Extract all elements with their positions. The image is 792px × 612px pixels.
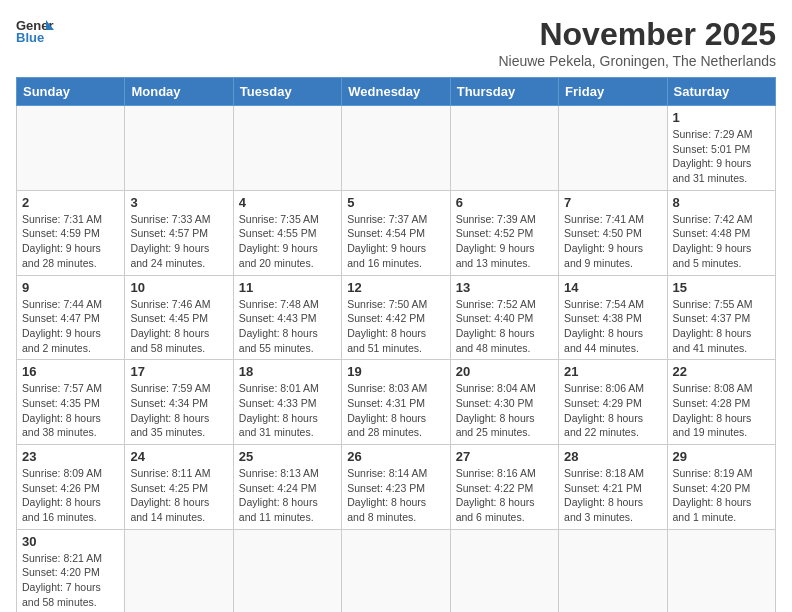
logo: General Blue [16, 16, 54, 46]
day-info: Sunrise: 8:18 AM Sunset: 4:21 PM Dayligh… [564, 466, 661, 525]
day-info: Sunrise: 8:04 AM Sunset: 4:30 PM Dayligh… [456, 381, 553, 440]
calendar-day-cell: 27Sunrise: 8:16 AM Sunset: 4:22 PM Dayli… [450, 445, 558, 530]
calendar-day-cell: 4Sunrise: 7:35 AM Sunset: 4:55 PM Daylig… [233, 190, 341, 275]
day-info: Sunrise: 7:52 AM Sunset: 4:40 PM Dayligh… [456, 297, 553, 356]
day-number: 7 [564, 195, 661, 210]
day-info: Sunrise: 8:14 AM Sunset: 4:23 PM Dayligh… [347, 466, 444, 525]
day-number: 25 [239, 449, 336, 464]
day-number: 19 [347, 364, 444, 379]
calendar-week-row: 23Sunrise: 8:09 AM Sunset: 4:26 PM Dayli… [17, 445, 776, 530]
calendar-day-cell: 20Sunrise: 8:04 AM Sunset: 4:30 PM Dayli… [450, 360, 558, 445]
calendar-day-cell [17, 106, 125, 191]
calendar-day-cell [342, 529, 450, 612]
header: General Blue November 2025 Nieuwe Pekela… [16, 16, 776, 69]
day-info: Sunrise: 7:44 AM Sunset: 4:47 PM Dayligh… [22, 297, 119, 356]
day-number: 27 [456, 449, 553, 464]
day-info: Sunrise: 8:08 AM Sunset: 4:28 PM Dayligh… [673, 381, 770, 440]
calendar-day-cell: 3Sunrise: 7:33 AM Sunset: 4:57 PM Daylig… [125, 190, 233, 275]
day-info: Sunrise: 8:11 AM Sunset: 4:25 PM Dayligh… [130, 466, 227, 525]
calendar-day-cell: 24Sunrise: 8:11 AM Sunset: 4:25 PM Dayli… [125, 445, 233, 530]
day-number: 18 [239, 364, 336, 379]
day-info: Sunrise: 7:54 AM Sunset: 4:38 PM Dayligh… [564, 297, 661, 356]
calendar-table: SundayMondayTuesdayWednesdayThursdayFrid… [16, 77, 776, 612]
title-area: November 2025 Nieuwe Pekela, Groningen, … [498, 16, 776, 69]
calendar-day-cell: 25Sunrise: 8:13 AM Sunset: 4:24 PM Dayli… [233, 445, 341, 530]
calendar-day-cell: 15Sunrise: 7:55 AM Sunset: 4:37 PM Dayli… [667, 275, 775, 360]
day-number: 8 [673, 195, 770, 210]
weekday-header-tuesday: Tuesday [233, 78, 341, 106]
day-number: 15 [673, 280, 770, 295]
calendar-day-cell [559, 529, 667, 612]
day-info: Sunrise: 7:29 AM Sunset: 5:01 PM Dayligh… [673, 127, 770, 186]
day-number: 14 [564, 280, 661, 295]
calendar-day-cell: 23Sunrise: 8:09 AM Sunset: 4:26 PM Dayli… [17, 445, 125, 530]
day-number: 9 [22, 280, 119, 295]
day-number: 2 [22, 195, 119, 210]
day-number: 16 [22, 364, 119, 379]
day-info: Sunrise: 7:55 AM Sunset: 4:37 PM Dayligh… [673, 297, 770, 356]
day-info: Sunrise: 7:37 AM Sunset: 4:54 PM Dayligh… [347, 212, 444, 271]
day-info: Sunrise: 8:09 AM Sunset: 4:26 PM Dayligh… [22, 466, 119, 525]
day-number: 3 [130, 195, 227, 210]
day-info: Sunrise: 7:59 AM Sunset: 4:34 PM Dayligh… [130, 381, 227, 440]
calendar-day-cell: 19Sunrise: 8:03 AM Sunset: 4:31 PM Dayli… [342, 360, 450, 445]
day-number: 12 [347, 280, 444, 295]
day-number: 13 [456, 280, 553, 295]
weekday-header-monday: Monday [125, 78, 233, 106]
month-title: November 2025 [498, 16, 776, 53]
day-info: Sunrise: 7:57 AM Sunset: 4:35 PM Dayligh… [22, 381, 119, 440]
calendar-day-cell: 29Sunrise: 8:19 AM Sunset: 4:20 PM Dayli… [667, 445, 775, 530]
day-number: 22 [673, 364, 770, 379]
calendar-day-cell: 10Sunrise: 7:46 AM Sunset: 4:45 PM Dayli… [125, 275, 233, 360]
calendar-day-cell [342, 106, 450, 191]
calendar-day-cell: 30Sunrise: 8:21 AM Sunset: 4:20 PM Dayli… [17, 529, 125, 612]
calendar-day-cell [559, 106, 667, 191]
calendar-day-cell: 17Sunrise: 7:59 AM Sunset: 4:34 PM Dayli… [125, 360, 233, 445]
day-info: Sunrise: 8:01 AM Sunset: 4:33 PM Dayligh… [239, 381, 336, 440]
weekday-header-wednesday: Wednesday [342, 78, 450, 106]
calendar-day-cell: 5Sunrise: 7:37 AM Sunset: 4:54 PM Daylig… [342, 190, 450, 275]
calendar-day-cell: 21Sunrise: 8:06 AM Sunset: 4:29 PM Dayli… [559, 360, 667, 445]
calendar-day-cell: 28Sunrise: 8:18 AM Sunset: 4:21 PM Dayli… [559, 445, 667, 530]
svg-text:Blue: Blue [16, 30, 44, 45]
calendar-week-row: 1Sunrise: 7:29 AM Sunset: 5:01 PM Daylig… [17, 106, 776, 191]
weekday-header-friday: Friday [559, 78, 667, 106]
weekday-header-row: SundayMondayTuesdayWednesdayThursdayFrid… [17, 78, 776, 106]
day-info: Sunrise: 8:16 AM Sunset: 4:22 PM Dayligh… [456, 466, 553, 525]
day-info: Sunrise: 7:46 AM Sunset: 4:45 PM Dayligh… [130, 297, 227, 356]
day-info: Sunrise: 7:33 AM Sunset: 4:57 PM Dayligh… [130, 212, 227, 271]
calendar-day-cell: 13Sunrise: 7:52 AM Sunset: 4:40 PM Dayli… [450, 275, 558, 360]
calendar-day-cell: 14Sunrise: 7:54 AM Sunset: 4:38 PM Dayli… [559, 275, 667, 360]
day-info: Sunrise: 7:35 AM Sunset: 4:55 PM Dayligh… [239, 212, 336, 271]
calendar-day-cell [450, 106, 558, 191]
calendar-day-cell: 7Sunrise: 7:41 AM Sunset: 4:50 PM Daylig… [559, 190, 667, 275]
day-info: Sunrise: 8:13 AM Sunset: 4:24 PM Dayligh… [239, 466, 336, 525]
day-number: 29 [673, 449, 770, 464]
calendar-day-cell: 8Sunrise: 7:42 AM Sunset: 4:48 PM Daylig… [667, 190, 775, 275]
calendar-day-cell [125, 106, 233, 191]
day-number: 1 [673, 110, 770, 125]
day-number: 4 [239, 195, 336, 210]
day-number: 10 [130, 280, 227, 295]
calendar-day-cell: 6Sunrise: 7:39 AM Sunset: 4:52 PM Daylig… [450, 190, 558, 275]
day-info: Sunrise: 7:41 AM Sunset: 4:50 PM Dayligh… [564, 212, 661, 271]
day-number: 24 [130, 449, 227, 464]
calendar-day-cell [125, 529, 233, 612]
day-info: Sunrise: 7:50 AM Sunset: 4:42 PM Dayligh… [347, 297, 444, 356]
calendar-day-cell: 2Sunrise: 7:31 AM Sunset: 4:59 PM Daylig… [17, 190, 125, 275]
day-number: 26 [347, 449, 444, 464]
day-info: Sunrise: 8:19 AM Sunset: 4:20 PM Dayligh… [673, 466, 770, 525]
calendar-day-cell [233, 529, 341, 612]
calendar-day-cell: 12Sunrise: 7:50 AM Sunset: 4:42 PM Dayli… [342, 275, 450, 360]
weekday-header-saturday: Saturday [667, 78, 775, 106]
weekday-header-thursday: Thursday [450, 78, 558, 106]
calendar-day-cell: 18Sunrise: 8:01 AM Sunset: 4:33 PM Dayli… [233, 360, 341, 445]
day-info: Sunrise: 8:06 AM Sunset: 4:29 PM Dayligh… [564, 381, 661, 440]
calendar-day-cell [667, 529, 775, 612]
calendar-day-cell [450, 529, 558, 612]
calendar-day-cell: 26Sunrise: 8:14 AM Sunset: 4:23 PM Dayli… [342, 445, 450, 530]
calendar-day-cell: 1Sunrise: 7:29 AM Sunset: 5:01 PM Daylig… [667, 106, 775, 191]
calendar-day-cell: 9Sunrise: 7:44 AM Sunset: 4:47 PM Daylig… [17, 275, 125, 360]
day-info: Sunrise: 8:21 AM Sunset: 4:20 PM Dayligh… [22, 551, 119, 610]
calendar-day-cell: 11Sunrise: 7:48 AM Sunset: 4:43 PM Dayli… [233, 275, 341, 360]
